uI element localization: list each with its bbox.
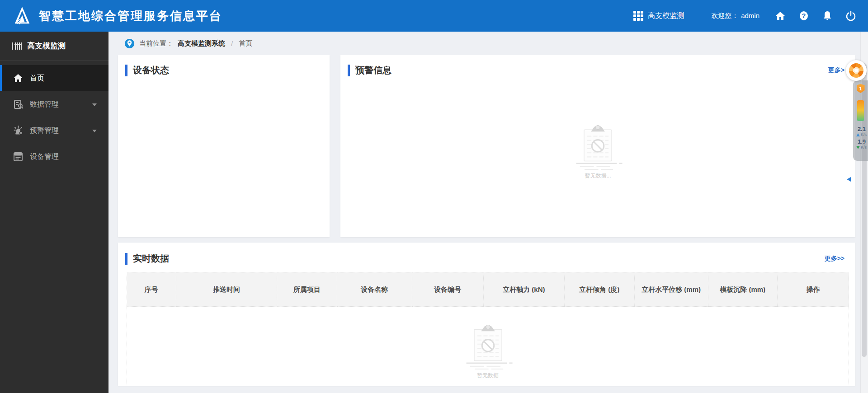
realtime-table: 序号 推送时间 所属项目 设备名称 设备编号 立杆轴力 (kN) 立杆倾角 (度… [127, 272, 849, 386]
panel-accent-bar [348, 65, 350, 76]
menu-grid-icon[interactable] [12, 42, 22, 51]
home-icon [13, 73, 24, 84]
username: admin [741, 12, 760, 19]
sidebar-item-data-management[interactable]: 数据管理 [0, 91, 108, 117]
svg-text:?: ? [802, 12, 806, 19]
upload-arrow-icon [856, 133, 860, 136]
column-header: 模板沉降 (mm) [708, 272, 777, 307]
breadcrumb-prefix: 当前位置： [139, 39, 173, 48]
empty-text: 暂无数据 [477, 372, 499, 379]
pinwheel-icon [849, 63, 863, 78]
column-header: 推送时间 [176, 272, 277, 307]
realtime-empty-state: 暂无数据 [127, 325, 849, 379]
bell-icon[interactable] [822, 10, 833, 21]
column-header: 设备名称 [337, 272, 412, 307]
download-arrow-icon [856, 146, 860, 149]
breadcrumb: 当前位置： 高支模监测系统 / 首页 [108, 32, 868, 55]
sidebar-item-label: 设备管理 [30, 152, 59, 162]
sidebar: 高支模监测 首页 数据管理 [0, 32, 108, 393]
data-report-icon [13, 99, 24, 110]
app-switcher[interactable]: 高支模监测 [633, 10, 684, 21]
empty-data-icon [572, 125, 624, 171]
network-speed-widget[interactable]: 1 2.1 K/s 1.9 K/s [853, 80, 868, 161]
panel-accent-bar [125, 65, 127, 76]
column-header: 序号 [127, 272, 176, 307]
sidebar-brand-label: 高支模监测 [27, 41, 66, 51]
sidebar-item-label: 首页 [30, 74, 44, 83]
column-header: 设备编号 [412, 272, 483, 307]
column-header: 立杆倾角 (度) [564, 272, 634, 307]
panel-title: 实时数据 [133, 253, 169, 265]
sidebar-item-home[interactable]: 首页 [0, 65, 108, 91]
platform-logo-icon [12, 5, 33, 26]
location-pin-icon [124, 38, 135, 49]
main-content: 当前位置： 高支模监测系统 / 首页 设备状态 预警信息 更多> [108, 32, 868, 393]
chevron-down-icon [92, 103, 97, 106]
panel-accent-bar [125, 253, 127, 265]
table-empty-row: 暂无数据 [127, 307, 849, 386]
sidebar-item-label: 数据管理 [30, 100, 59, 109]
power-icon[interactable] [845, 10, 856, 21]
table-header-row: 序号 推送时间 所属项目 设备名称 设备编号 立杆轴力 (kN) 立杆倾角 (度… [127, 272, 849, 307]
help-icon[interactable]: ? [798, 10, 809, 21]
empty-text: 暂无数据... [585, 172, 611, 180]
realtime-more-link[interactable]: 更多>> [825, 255, 844, 263]
sidebar-item-warning-management[interactable]: 预警管理 [0, 117, 108, 144]
upload-speed-value: 2.1 [853, 126, 868, 132]
platform-title: 智慧工地综合管理服务信息平台 [39, 8, 222, 24]
device-status-panel: 设备状态 [118, 55, 330, 237]
warning-empty-state: 暂无数据... [340, 125, 855, 180]
warning-info-panel: 预警信息 更多> [340, 55, 855, 237]
empty-data-icon [462, 325, 514, 371]
sidebar-item-label: 预警管理 [30, 126, 59, 136]
sidebar-item-device-management[interactable]: 设备管理 [0, 144, 108, 170]
warning-more-link[interactable]: 更多> [828, 66, 844, 75]
welcome-text: 欢迎您：admin [711, 12, 760, 20]
upload-speed-unit: K/s [861, 132, 867, 137]
column-header: 所属项目 [277, 272, 337, 307]
widget-collapse-arrow-icon[interactable] [847, 177, 851, 182]
column-header: 立杆轴力 (kN) [483, 272, 564, 307]
browser-assistant-ball[interactable] [846, 60, 867, 81]
app-switcher-label: 高支模监测 [648, 11, 684, 21]
panel-title: 设备状态 [133, 64, 169, 76]
home-icon[interactable] [775, 10, 786, 21]
sidebar-brand: 高支模监测 [0, 32, 108, 61]
column-header: 立杆水平位移 (mm) [634, 272, 708, 307]
column-header: 操作 [777, 272, 849, 307]
chevron-down-icon [92, 130, 97, 132]
app-grid-icon [633, 10, 644, 21]
alarm-beacon-icon [13, 125, 24, 136]
breadcrumb-separator: / [231, 40, 233, 47]
app-header: 智慧工地综合管理服务信息平台 高支模监测 欢迎您：admin ? [0, 0, 868, 32]
resource-meter-bar [857, 100, 864, 121]
breadcrumb-current: 首页 [239, 39, 252, 48]
realtime-data-panel: 实时数据 更多>> 序号 推送时间 所属项目 设备名称 设备编号 立 [118, 243, 855, 386]
device-icon [13, 151, 24, 162]
download-speed-unit: K/s [861, 145, 867, 150]
download-speed-value: 1.9 [853, 138, 868, 145]
security-shield-badge: 1 [857, 84, 865, 93]
sidebar-menu: 首页 数据管理 预警管理 [0, 65, 108, 170]
panel-title: 预警信息 [355, 64, 392, 76]
breadcrumb-root[interactable]: 高支模监测系统 [178, 39, 225, 48]
